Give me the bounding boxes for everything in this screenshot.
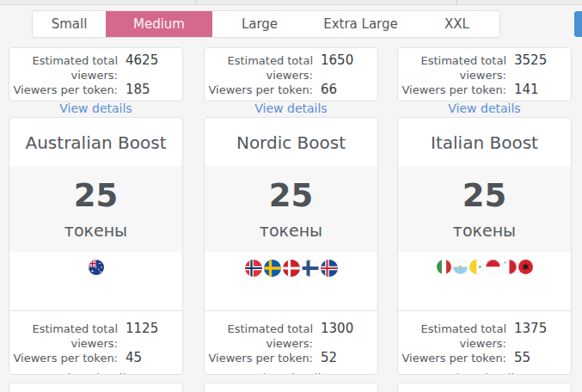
- stat-value: 4625: [126, 53, 158, 68]
- card-australian-boost: Australian Boost 25 токены: [9, 117, 183, 375]
- flag-italy-icon: [437, 260, 451, 274]
- stat-value: 55: [514, 351, 530, 365]
- price-unit: токены: [205, 221, 377, 240]
- stat-value: 3525: [514, 53, 547, 68]
- tab-medium[interactable]: Medium: [106, 11, 212, 37]
- view-details-link[interactable]: View details: [448, 101, 520, 115]
- flag-finland-icon: [302, 260, 319, 277]
- price-band: 25 токены: [398, 166, 571, 252]
- tab-small[interactable]: Small: [33, 11, 106, 37]
- stat-label: Viewers per token:: [9, 351, 118, 365]
- flag-iceland-icon: [321, 260, 338, 277]
- clipped-blue-button[interactable]: [574, 11, 582, 37]
- card-clipped: [9, 383, 183, 392]
- flag-albania-icon: [518, 260, 533, 274]
- tab-xxl[interactable]: XXL: [414, 11, 499, 37]
- stat-value: 66: [321, 83, 337, 97]
- stat-value: 1125: [126, 322, 158, 336]
- stat-label: Viewers per token:: [9, 83, 118, 97]
- stat-label: Viewers per token:: [398, 351, 506, 365]
- stat-value: 185: [126, 83, 150, 97]
- stat-value: 52: [321, 351, 337, 365]
- price-value: 25: [205, 166, 377, 214]
- stat-label: Estimated total viewers:: [205, 53, 313, 83]
- card-title: Nordic Boost: [205, 118, 377, 166]
- view-details-link[interactable]: View details: [254, 101, 327, 115]
- card-clipped: [397, 383, 572, 392]
- flag-australia-icon: [89, 260, 104, 275]
- tab-extra-large[interactable]: Extra Large: [307, 11, 414, 37]
- view-details-link[interactable]: View details: [59, 371, 132, 375]
- price-band: 25 токены: [9, 166, 182, 252]
- size-tabbar: Small Medium Large Extra Large XXL: [32, 10, 500, 38]
- stat-value: 1375: [514, 322, 547, 336]
- flag-sweden-icon: [264, 260, 281, 277]
- price-unit: токены: [9, 221, 182, 240]
- price-band: 25 токены: [205, 166, 377, 252]
- stat-label: Estimated total viewers:: [205, 322, 313, 351]
- card-clipped: [204, 383, 378, 392]
- card-stats: Estimated total viewers:1300 Viewers per…: [205, 310, 377, 375]
- flag-vatican-icon: [469, 260, 484, 274]
- previous-row-stats: Estimated total viewers:4625 Viewers per…: [9, 47, 572, 101]
- stats-box: Estimated total viewers:1650 Viewers per…: [204, 47, 378, 101]
- stat-value: 1300: [321, 322, 353, 336]
- card-title: Italian Boost: [398, 118, 571, 166]
- card-nordic-boost: Nordic Boost 25 токены: [204, 117, 378, 375]
- tab-large[interactable]: Large: [212, 11, 307, 37]
- flag-denmark-icon: [283, 260, 300, 277]
- boost-cards-row: Australian Boost 25 токены: [9, 117, 572, 375]
- stat-label: Viewers per token:: [398, 83, 506, 97]
- boost-packages-page: Small Medium Large Extra Large XXL Estim…: [0, 0, 582, 392]
- flag-san-marino-icon: [453, 260, 468, 274]
- stat-value: 141: [514, 83, 539, 97]
- card-title: Australian Boost: [9, 118, 182, 166]
- stat-value: 1650: [321, 53, 353, 68]
- flag-row: [9, 252, 182, 310]
- flag-monaco-icon: [486, 260, 500, 274]
- next-row-cards: [9, 383, 572, 392]
- card-gap-divider: [456, 0, 457, 4]
- card-stats: Estimated total viewers:1125 Viewers per…: [9, 310, 182, 375]
- card-stats: Estimated total viewers:1375 Viewers per…: [398, 310, 571, 375]
- stat-value: 45: [126, 351, 142, 365]
- card-gap-divider: [196, 0, 197, 4]
- stat-label: Estimated total viewers:: [9, 322, 118, 351]
- card-italian-boost: Italian Boost 25 токены: [397, 117, 572, 375]
- stat-label: Estimated total viewers:: [9, 53, 118, 83]
- view-details-link[interactable]: View details: [254, 371, 327, 375]
- stat-label: Viewers per token:: [205, 351, 313, 365]
- view-details-link[interactable]: View details: [448, 371, 520, 375]
- price-value: 25: [9, 166, 182, 214]
- flag-row: [398, 252, 571, 310]
- stat-label: Estimated total viewers:: [398, 53, 506, 83]
- stats-box: Estimated total viewers:3525 Viewers per…: [397, 47, 572, 101]
- stat-label: Estimated total viewers:: [398, 322, 506, 351]
- stats-box: Estimated total viewers:4625 Viewers per…: [9, 47, 183, 101]
- flag-malta-icon: [502, 260, 517, 274]
- price-value: 25: [398, 166, 571, 214]
- view-details-link[interactable]: View details: [59, 101, 132, 115]
- flag-norway-icon: [245, 260, 262, 277]
- price-unit: токены: [398, 221, 571, 240]
- flag-row: [205, 252, 377, 310]
- stat-label: Viewers per token:: [205, 83, 313, 97]
- scrolled-content-edge: [0, 0, 582, 5]
